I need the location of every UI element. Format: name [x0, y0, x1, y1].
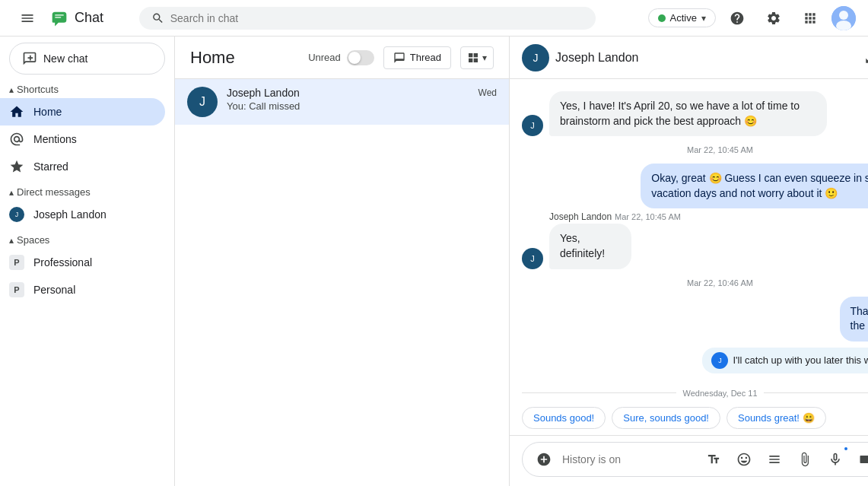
apps-button[interactable]: [795, 3, 825, 33]
apps-icon: [803, 11, 818, 26]
direct-messages-label: Direct messages: [17, 186, 91, 198]
svg-point-4: [839, 11, 848, 20]
sender-info: Joseph Landon Mar 22, 10:45 AM: [522, 211, 681, 222]
active-status-badge[interactable]: Active: [648, 8, 716, 27]
video-icon: [858, 452, 868, 467]
conv-info: Joseph Landon Wed You: Call missed: [227, 87, 497, 112]
spaces-section-header[interactable]: Spaces: [0, 231, 174, 249]
unread-toggle-track[interactable]: [347, 50, 374, 65]
emoji-button[interactable]: [732, 447, 756, 472]
spaces-chevron-icon: [9, 234, 14, 246]
msg-avatar: J: [522, 248, 543, 269]
message-row: Thanks for the info!: [806, 297, 868, 341]
middle-panel: Home Unread Thread J: [175, 37, 510, 486]
sidebar-item-home[interactable]: Home: [0, 98, 165, 125]
direct-messages-section-header[interactable]: Direct messages: [0, 183, 174, 201]
search-icon: [151, 11, 164, 25]
timestamp: Mar 22, 10:45 AM: [522, 145, 868, 154]
app-logo-area: Chat: [49, 8, 103, 29]
sender-name: Joseph Landon: [549, 211, 612, 222]
message-bubble: Yes, definitely!: [549, 224, 631, 268]
middle-header: Home Unread Thread: [175, 37, 509, 79]
conv-name-row: Joseph Landon Wed: [227, 87, 497, 99]
chat-header: J Joseph Landon: [510, 37, 868, 79]
topbar: Chat Active: [0, 0, 868, 37]
mentions-label: Mentions: [33, 133, 77, 145]
add-button[interactable]: [532, 447, 556, 472]
shortcuts-label: Shortcuts: [17, 84, 59, 95]
catchup-row: J I'll catch up with you later this week…: [522, 348, 868, 373]
chat-input-row: [522, 442, 868, 477]
svg-rect-1: [55, 14, 64, 15]
star-icon: [9, 159, 24, 174]
unread-toggle[interactable]: Unread: [308, 50, 374, 65]
active-label: Active: [670, 12, 697, 24]
shortcuts-section-header[interactable]: Shortcuts: [0, 81, 174, 98]
divider-text: Wednesday, Dec 11: [682, 389, 757, 398]
emoji-icon: [736, 452, 752, 467]
mic-button[interactable]: [823, 447, 847, 472]
home-icon: [9, 104, 24, 119]
app-logo-icon: [49, 8, 70, 29]
message-bubble: Yes, I have! It's April 20, so we have a…: [549, 91, 827, 136]
home-label: Home: [33, 106, 62, 118]
chat-messages: J Yes, I have! It's April 20, so we have…: [510, 79, 868, 401]
space-item-personal[interactable]: P Personal: [0, 276, 165, 303]
joseph-avatar: J: [9, 207, 24, 222]
msg-avatar: J: [522, 115, 543, 136]
video-button[interactable]: [854, 447, 868, 472]
settings-button[interactable]: [758, 3, 789, 33]
help-button[interactable]: [722, 3, 752, 33]
quick-reply-0[interactable]: Sounds good!: [522, 407, 606, 429]
sidebar-item-starred[interactable]: Starred: [0, 153, 165, 180]
topbar-right: Active: [648, 3, 856, 33]
add-icon: [536, 452, 552, 467]
starred-label: Starred: [33, 160, 68, 173]
joseph-name: Joseph Landon: [33, 208, 107, 221]
conversation-item[interactable]: J Joseph Landon Wed You: Call missed: [175, 79, 509, 125]
quick-reply-1[interactable]: Sure, sounds good!: [612, 407, 720, 429]
attach-button[interactable]: [793, 447, 817, 472]
search-bar: [139, 7, 596, 30]
hamburger-button[interactable]: [12, 3, 43, 33]
expand-icon: [864, 51, 868, 65]
mic-indicator: [843, 446, 849, 452]
chat-header-name: Joseph Landon: [555, 51, 851, 65]
expand-button[interactable]: [857, 44, 868, 71]
conv-preview: You: Call missed: [227, 100, 497, 112]
message-group: Joseph Landon Mar 22, 10:45 AM J Yes, de…: [522, 211, 681, 268]
format-text-button[interactable]: [701, 447, 726, 472]
shortcuts-chevron-icon: [9, 84, 14, 95]
quick-reply-2[interactable]: Sounds great! 😀: [727, 407, 826, 429]
search-input[interactable]: [170, 12, 583, 24]
quick-replies: Sounds good! Sure, sounds good! Sounds g…: [510, 401, 868, 435]
chat-input-area: [510, 435, 868, 486]
help-icon: [730, 11, 745, 26]
chat-input[interactable]: [562, 453, 695, 465]
professional-avatar: P: [9, 255, 24, 270]
layout-wrapper: New chat Shortcuts Home Mentions: [0, 0, 868, 486]
thread-button[interactable]: Thread: [383, 46, 451, 69]
new-chat-icon: [22, 51, 37, 66]
conv-avatar: J: [187, 87, 218, 117]
sidebar-item-mentions[interactable]: Mentions: [0, 125, 165, 153]
active-chevron-icon: [701, 12, 706, 24]
msg-timestamp: Mar 22, 10:45 AM: [615, 212, 681, 221]
user-avatar[interactable]: [831, 6, 856, 30]
catchup-text: I'll catch up with you later this week t…: [733, 354, 868, 366]
catchup-bubble: J I'll catch up with you later this week…: [702, 348, 868, 373]
personal-avatar: P: [9, 282, 24, 297]
mic-icon: [828, 452, 843, 467]
sidebar-item-joseph[interactable]: J Joseph Landon: [0, 201, 165, 228]
conv-name: Joseph Landon: [227, 87, 300, 99]
new-chat-button[interactable]: New chat: [9, 43, 165, 75]
settings-icon: [766, 11, 781, 26]
more-options-button[interactable]: [762, 447, 787, 472]
toggle-thumb: [348, 52, 361, 64]
space-item-professional[interactable]: P Professional: [0, 249, 165, 276]
view-button[interactable]: [460, 46, 494, 69]
timestamp: Mar 22, 10:46 AM: [522, 278, 868, 287]
sidebar: New chat Shortcuts Home Mentions: [0, 37, 175, 486]
thread-label: Thread: [410, 52, 441, 63]
conv-time: Wed: [479, 87, 497, 98]
